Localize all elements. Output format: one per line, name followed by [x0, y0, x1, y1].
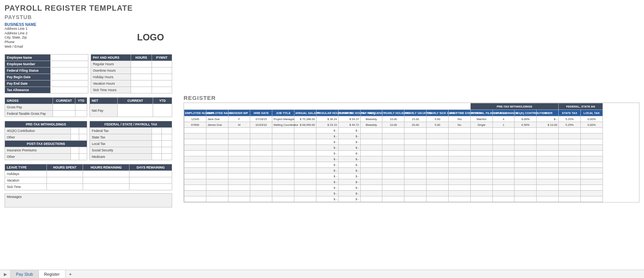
fed-ytd[interactable]	[162, 128, 172, 134]
posttax-ytd[interactable]	[79, 154, 87, 160]
register-cell[interactable]	[470, 185, 492, 191]
register-cell[interactable]: $ -	[316, 196, 338, 202]
register-cell[interactable]	[360, 168, 382, 174]
payhours-hours[interactable]	[131, 67, 152, 74]
register-cell[interactable]	[206, 168, 228, 174]
gross-ytd[interactable]	[75, 111, 87, 117]
register-cell[interactable]	[382, 133, 404, 139]
register-cell[interactable]	[184, 128, 206, 133]
register-cell[interactable]	[184, 139, 206, 145]
register-cell[interactable]	[559, 168, 581, 174]
register-cell[interactable]	[515, 179, 537, 185]
register-cell[interactable]	[184, 185, 206, 191]
register-cell[interactable]	[272, 179, 294, 185]
register-cell[interactable]	[272, 168, 294, 174]
fed-cur[interactable]	[152, 134, 162, 141]
register-cell[interactable]	[404, 174, 427, 179]
register-cell[interactable]	[360, 185, 382, 191]
fed-cur[interactable]	[152, 128, 162, 134]
register-cell[interactable]	[515, 185, 537, 191]
leave-rem[interactable]	[83, 171, 129, 177]
pretax-cur[interactable]	[71, 128, 79, 134]
register-cell[interactable]	[448, 179, 470, 185]
register-cell[interactable]	[492, 185, 515, 191]
register-cell[interactable]	[360, 145, 382, 151]
register-cell[interactable]: $ -	[338, 145, 360, 151]
fed-cur[interactable]	[152, 154, 162, 160]
register-cell[interactable]	[580, 196, 602, 202]
register-cell[interactable]	[250, 196, 272, 202]
register-cell[interactable]	[559, 179, 581, 185]
register-cell[interactable]	[537, 139, 559, 145]
register-cell[interactable]	[228, 191, 250, 196]
register-cell[interactable]	[206, 151, 228, 156]
pretax-cur[interactable]	[71, 134, 79, 141]
register-cell[interactable]	[272, 191, 294, 196]
register-cell[interactable]	[427, 185, 449, 191]
posttax-cur[interactable]	[71, 147, 79, 154]
fed-cur[interactable]	[152, 147, 162, 154]
register-cell[interactable]	[404, 196, 427, 202]
register-cell[interactable]	[559, 191, 581, 196]
register-cell[interactable]	[470, 162, 492, 168]
register-cell[interactable]	[470, 156, 492, 162]
register-cell[interactable]	[360, 151, 382, 156]
register-cell[interactable]: $ -	[338, 168, 360, 174]
register-cell[interactable]: $ -	[338, 133, 360, 139]
register-cell[interactable]	[382, 162, 404, 168]
register-cell[interactable]	[272, 139, 294, 145]
register-cell[interactable]	[250, 174, 272, 179]
emp-field-value[interactable]	[51, 67, 88, 74]
register-cell[interactable]	[404, 139, 427, 145]
register-cell[interactable]	[580, 139, 602, 145]
register-cell[interactable]	[360, 174, 382, 179]
payhours-pymnt[interactable]	[152, 61, 172, 67]
register-cell[interactable]: $ -	[338, 139, 360, 145]
register-cell[interactable]	[250, 128, 272, 133]
register-cell[interactable]	[559, 196, 581, 202]
payhours-hours[interactable]	[131, 61, 152, 67]
register-cell[interactable]	[360, 162, 382, 168]
register-cell[interactable]	[382, 179, 404, 185]
register-cell[interactable]: $ -	[316, 174, 338, 179]
register-cell[interactable]	[360, 156, 382, 162]
register-cell[interactable]	[294, 139, 316, 145]
register-cell[interactable]	[272, 133, 294, 139]
register-cell[interactable]	[537, 133, 559, 139]
register-cell[interactable]	[515, 151, 537, 156]
register-cell[interactable]	[206, 156, 228, 162]
register-cell[interactable]	[559, 133, 581, 139]
register-cell[interactable]	[250, 156, 272, 162]
register-cell[interactable]	[228, 133, 250, 139]
register-cell[interactable]: $ -	[338, 128, 360, 133]
register-cell[interactable]	[250, 185, 272, 191]
register-cell[interactable]	[184, 156, 206, 162]
register-cell[interactable]	[515, 196, 537, 202]
register-cell[interactable]	[294, 151, 316, 156]
register-cell[interactable]	[537, 191, 559, 196]
register-cell[interactable]	[272, 128, 294, 133]
register-cell[interactable]	[272, 151, 294, 156]
register-cell[interactable]	[559, 174, 581, 179]
register-cell[interactable]	[404, 151, 427, 156]
register-cell[interactable]	[360, 191, 382, 196]
register-cell[interactable]	[382, 185, 404, 191]
leave-rem[interactable]	[83, 177, 129, 184]
register-cell[interactable]	[294, 191, 316, 196]
register-cell[interactable]	[272, 156, 294, 162]
register-cell[interactable]: $ -	[316, 133, 338, 139]
register-cell[interactable]	[294, 168, 316, 174]
register-cell[interactable]	[404, 185, 427, 191]
register-cell[interactable]	[228, 179, 250, 185]
emp-field-value[interactable]	[51, 55, 88, 61]
register-cell[interactable]	[206, 145, 228, 151]
register-cell[interactable]	[427, 179, 449, 185]
emp-field-value[interactable]	[51, 74, 88, 80]
register-cell[interactable]	[294, 179, 316, 185]
register-cell[interactable]	[427, 196, 449, 202]
register-cell[interactable]	[228, 174, 250, 179]
register-cell[interactable]	[382, 168, 404, 174]
register-cell[interactable]	[184, 179, 206, 185]
register-cell[interactable]	[404, 168, 427, 174]
register-cell[interactable]	[515, 139, 537, 145]
